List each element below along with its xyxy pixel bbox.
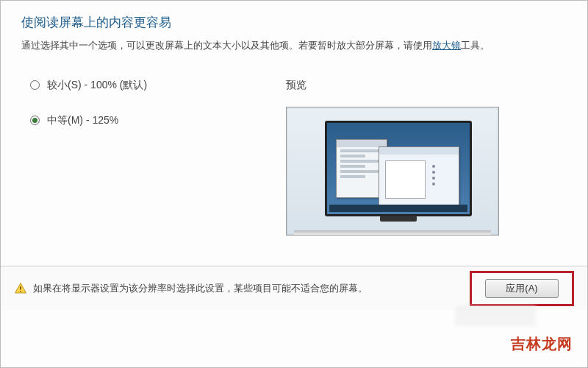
radio-medium-label: 中等(M) - 125% bbox=[47, 114, 118, 127]
page-title: 使阅读屏幕上的内容更容易 bbox=[21, 14, 567, 31]
description-text: 通过选择其中一个选项，可以更改屏幕上的文本大小以及其他项。若要暂时放大部分屏幕，… bbox=[21, 38, 567, 54]
apply-button[interactable]: 应用(A) bbox=[485, 279, 559, 298]
apply-highlight: 应用(A) bbox=[470, 271, 574, 306]
svg-rect-0 bbox=[20, 286, 21, 290]
radio-medium-indicator bbox=[30, 116, 40, 125]
radio-smaller[interactable]: 较小(S) - 100% (默认) bbox=[30, 79, 286, 92]
desc-suffix: 工具。 bbox=[461, 40, 490, 51]
preview-image bbox=[286, 107, 499, 236]
blurred-region bbox=[455, 305, 536, 326]
desc-prefix: 通过选择其中一个选项，可以更改屏幕上的文本大小以及其他项。若要暂时放大部分屏幕，… bbox=[21, 40, 432, 51]
preview-label: 预览 bbox=[286, 79, 567, 92]
warning-text: 如果在将显示器设置为该分辨率时选择此设置，某些项目可能不适合您的屏幕。 bbox=[33, 282, 470, 295]
svg-rect-1 bbox=[20, 291, 21, 292]
status-bar: 如果在将显示器设置为该分辨率时选择此设置，某些项目可能不适合您的屏幕。 应用(A… bbox=[1, 266, 587, 310]
watermark-text: 吉林龙网 bbox=[511, 334, 573, 354]
magnifier-link[interactable]: 放大镜 bbox=[432, 40, 461, 51]
radio-smaller-label: 较小(S) - 100% (默认) bbox=[47, 79, 147, 92]
monitor-icon bbox=[325, 121, 472, 216]
window-icon bbox=[379, 146, 459, 205]
radio-smaller-indicator bbox=[30, 80, 40, 90]
radio-medium[interactable]: 中等(M) - 125% bbox=[30, 114, 286, 127]
warning-icon bbox=[14, 282, 27, 295]
scale-options: 较小(S) - 100% (默认) 中等(M) - 125% bbox=[21, 79, 286, 236]
